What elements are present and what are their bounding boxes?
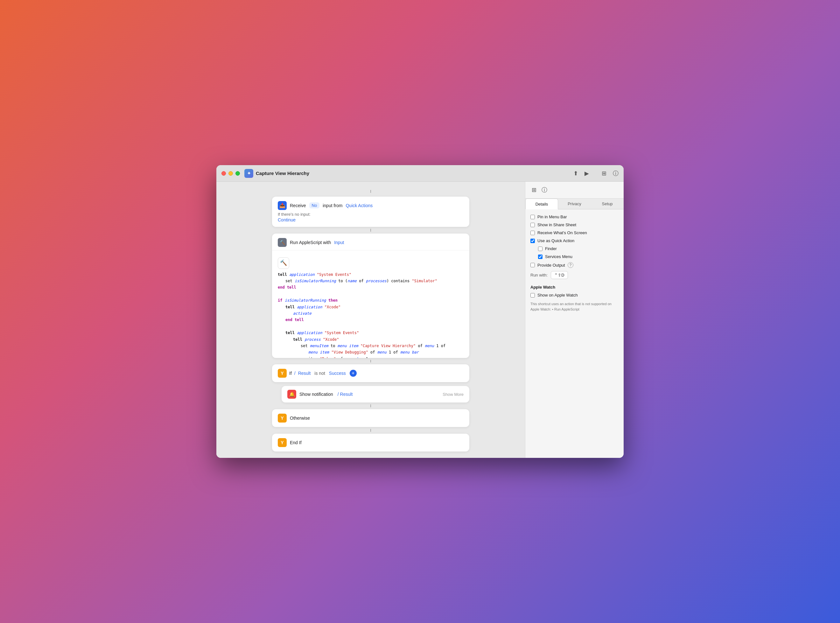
receive-label: Receive (290, 203, 306, 208)
tabs-row: Details Privacy Setup (525, 198, 624, 209)
code-line-9 (278, 323, 464, 330)
receive-screen-row: Receive What's On Screen (530, 230, 619, 235)
show-on-watch-checkbox[interactable] (530, 293, 535, 298)
quick-action-checkbox[interactable] (530, 239, 535, 243)
receive-screen-checkbox[interactable] (530, 231, 535, 235)
connector-top (370, 190, 371, 193)
code-area: 🔨 tell application "System Events" set i… (272, 250, 469, 358)
if-label: If (289, 371, 292, 376)
run-with-label: Run with: (530, 273, 547, 278)
code-line-1: tell application "System Events" (278, 272, 464, 278)
applescript-block: 🔨 Run AppleScript with Input 🔨 tell appl… (272, 233, 469, 358)
hammer-button[interactable]: 🔨 (278, 258, 289, 269)
connector-4 (370, 429, 371, 432)
receive-block: 📥 Receive No input from Quick Actions If… (272, 196, 469, 227)
app-icon: ✦ (244, 169, 253, 178)
show-more-button[interactable]: Show More (443, 392, 464, 397)
code-line-10: tell application "System Events" (278, 330, 464, 336)
keyboard-shortcut[interactable]: ⌃⇧D (551, 271, 568, 279)
input-tag[interactable]: Input (334, 240, 344, 245)
if-no-input-label: If there's no input: (278, 212, 464, 217)
applescript-icon: 🔨 (278, 238, 287, 247)
code-line-2: set isSimulatorRunning to (name of proce… (278, 278, 464, 284)
if-add-button[interactable]: + (349, 370, 357, 377)
quick-action-label: Use as Quick Action (537, 238, 574, 243)
tab-details[interactable]: Details (525, 198, 558, 209)
connector-3 (370, 404, 371, 407)
titlebar: ✦ Capture View Hierarchy ⬆ ▶ ⊞ ⓘ (216, 165, 624, 182)
pin-menu-bar-row: Pin in Menu Bar (530, 215, 619, 219)
tab-setup[interactable]: Setup (591, 198, 624, 209)
otherwise-block: Y Otherwise (272, 409, 469, 427)
endif-label: End If (290, 440, 302, 445)
services-menu-checkbox[interactable] (538, 255, 543, 259)
right-panel: ⊞ ⓘ Details Privacy Setup Pin in Menu Ba… (525, 182, 624, 458)
help-button[interactable]: ? (568, 262, 573, 268)
notification-block: 🔔 Show notification / Result Show More (282, 386, 469, 402)
info-button[interactable]: ⓘ (613, 170, 619, 177)
receive-middle: input from (323, 203, 342, 208)
panel-body: Pin in Menu Bar Show in Share Sheet Rece… (525, 209, 624, 317)
endif-block: Y End If (272, 434, 469, 451)
show-on-watch-label: Show on Apple Watch (537, 293, 578, 298)
continue-link[interactable]: Continue (278, 217, 464, 222)
endif-icon: Y (278, 438, 287, 447)
play-button[interactable]: ▶ (584, 170, 589, 177)
applescript-title: Run AppleScript with (290, 240, 331, 245)
if-success[interactable]: Success (329, 371, 346, 376)
maximize-button[interactable] (236, 171, 240, 176)
watch-note: This shortcut uses an action that is not… (530, 301, 619, 312)
show-on-watch-row: Show on Apple Watch (530, 293, 619, 298)
finder-label: Finder (545, 246, 557, 251)
quick-action-row: Use as Quick Action (530, 238, 619, 243)
right-panel-header: ⊞ ⓘ (525, 182, 624, 198)
if-is-not: is not (314, 371, 325, 376)
code-line-6: tell application "Xcode" (278, 304, 464, 310)
services-menu-label: Services Menu (545, 254, 572, 259)
quick-actions-link[interactable]: Quick Actions (346, 203, 372, 208)
otherwise-icon: Y (278, 414, 287, 422)
window-title: Capture View Hierarchy (256, 170, 573, 176)
share-button[interactable]: ⬆ (573, 170, 578, 177)
provide-output-row: Provide Output ? (530, 262, 619, 268)
finder-checkbox[interactable] (538, 247, 543, 251)
provide-output-label: Provide Output (537, 263, 565, 268)
if-slash: / (294, 371, 296, 376)
code-line-11: tell process "Xcode" (278, 336, 464, 343)
editor-panel: 📥 Receive No input from Quick Actions If… (216, 182, 525, 458)
if-icon: Y (278, 369, 287, 377)
code-line-7: activate (278, 310, 464, 316)
app-window: ✦ Capture View Hierarchy ⬆ ▶ ⊞ ⓘ 📥 Recei… (216, 165, 624, 458)
code-line-4 (278, 291, 464, 297)
panel-add-icon[interactable]: ⊞ (530, 185, 538, 195)
add-button[interactable]: ⊞ (602, 170, 607, 177)
show-share-sheet-row: Show in Share Sheet (530, 222, 619, 227)
no-tag[interactable]: No (309, 203, 320, 209)
provide-output-checkbox[interactable] (530, 263, 535, 267)
connector-2 (370, 360, 371, 363)
code-line-8: end tell (278, 316, 464, 323)
if-block: Y If / Result is not Success + (272, 364, 469, 382)
connector-1 (370, 229, 371, 232)
code-line-5: if isSimulatorRunning then (278, 297, 464, 304)
panel-info-icon[interactable]: ⓘ (540, 185, 549, 195)
if-result[interactable]: Result (298, 371, 311, 376)
otherwise-label: Otherwise (290, 416, 310, 420)
show-share-sheet-label: Show in Share Sheet (537, 222, 576, 227)
pin-menu-bar-checkbox[interactable] (530, 215, 535, 219)
notification-result[interactable]: / Result (337, 392, 353, 397)
finder-row: Finder (530, 246, 619, 251)
close-button[interactable] (221, 171, 226, 176)
code-line-12: set menuItem to menu item "Capture View … (278, 343, 464, 349)
notification-icon: 🔔 (287, 390, 296, 399)
notification-title: Show notification (299, 392, 333, 397)
traffic-lights (221, 171, 240, 176)
minimize-button[interactable] (228, 171, 233, 176)
code-line-13: menu item "View Debugging" of menu 1 of … (278, 349, 464, 355)
receive-screen-label: Receive What's On Screen (537, 230, 587, 235)
services-menu-row: Services Menu (530, 254, 619, 259)
titlebar-actions: ⬆ ▶ ⊞ ⓘ (573, 170, 619, 177)
apple-watch-section: Apple Watch (530, 285, 619, 290)
show-share-sheet-checkbox[interactable] (530, 223, 535, 227)
tab-privacy[interactable]: Privacy (558, 198, 591, 209)
